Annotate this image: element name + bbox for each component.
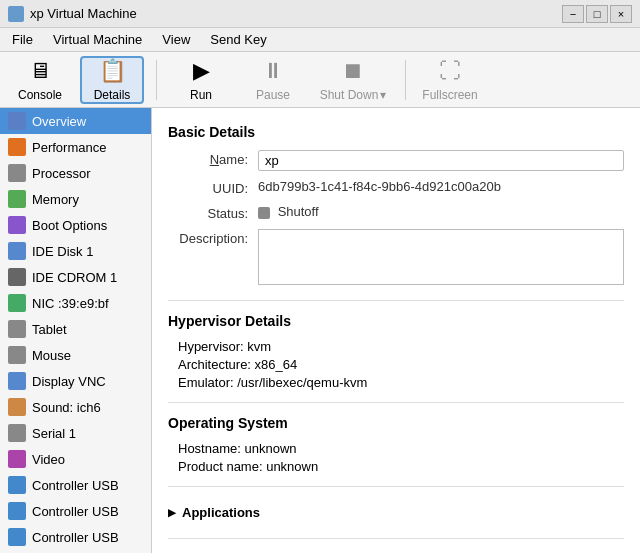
sidebar-label-display-vnc: Display VNC — [32, 374, 106, 389]
applications-arrow: ▶ — [168, 507, 176, 518]
os-section: Hostname: unknown Product name: unknown — [168, 441, 624, 474]
description-row: Description: — [168, 229, 624, 288]
sidebar-item-ide-disk-1[interactable]: IDE Disk 1 — [0, 238, 151, 264]
details-button[interactable]: 📋 Details — [80, 56, 144, 104]
sidebar-label-memory: Memory — [32, 192, 79, 207]
hypervisor-row: Hypervisor: kvm — [168, 339, 624, 354]
name-row: Name: — [168, 150, 624, 171]
sidebar-item-serial-1[interactable]: Serial 1 — [0, 420, 151, 446]
status-text: Shutoff — [278, 204, 319, 219]
name-value — [258, 150, 624, 171]
window-title: xp Virtual Machine — [30, 6, 137, 21]
cdrom-icon — [8, 268, 26, 286]
divider-1 — [168, 300, 624, 301]
sidebar-label-serial-1: Serial 1 — [32, 426, 76, 441]
status-label: Status: — [168, 206, 258, 221]
uuid-row: UUID: 6db799b3-1c41-f84c-9bb6-4d921c00a2… — [168, 179, 624, 196]
status-dot — [258, 207, 270, 219]
hostname-value: unknown — [244, 441, 296, 456]
content-area: Basic Details Name: UUID: 6db799b3-1c41-… — [152, 108, 640, 553]
boot-icon — [8, 216, 26, 234]
sidebar-label-overview: Overview — [32, 114, 86, 129]
applications-collapsible[interactable]: ▶ Applications — [168, 499, 624, 526]
app-icon — [8, 6, 24, 22]
sidebar-item-mouse[interactable]: Mouse — [0, 342, 151, 368]
sidebar-item-processor[interactable]: Processor — [0, 160, 151, 186]
sidebar-item-video[interactable]: Video — [0, 446, 151, 472]
shutdown-icon: ⏹ — [342, 58, 364, 84]
fullscreen-button[interactable]: ⛶ Fullscreen — [418, 56, 482, 104]
menu-send-key[interactable]: Send Key — [202, 30, 274, 49]
menu-view[interactable]: View — [154, 30, 198, 49]
usb-icon-2 — [8, 502, 26, 520]
hypervisor-label: Hypervisor: — [178, 339, 247, 354]
menu-virtual-machine[interactable]: Virtual Machine — [45, 30, 150, 49]
hostname-label: Hostname: — [178, 441, 244, 456]
display-icon — [8, 372, 26, 390]
sidebar-item-boot-options[interactable]: Boot Options — [0, 212, 151, 238]
close-button[interactable]: × — [610, 5, 632, 23]
usb-icon-3 — [8, 528, 26, 546]
sidebar-item-sound-ich6[interactable]: Sound: ich6 — [0, 394, 151, 420]
console-button[interactable]: 🖥 Console — [8, 56, 72, 104]
sidebar-item-controller-usb-3[interactable]: Controller USB — [0, 524, 151, 550]
emulator-row: Emulator: /usr/libexec/qemu-kvm — [168, 375, 624, 390]
run-button[interactable]: ▶ Run — [169, 56, 233, 104]
pause-button[interactable]: ⏸ Pause — [241, 56, 305, 104]
os-title: Operating System — [168, 415, 624, 431]
hypervisor-value: kvm — [247, 339, 271, 354]
sidebar-item-memory[interactable]: Memory — [0, 186, 151, 212]
sidebar-label-ide-disk-1: IDE Disk 1 — [32, 244, 93, 259]
status-value: Shutoff — [258, 204, 319, 219]
toolbar-separator-1 — [156, 60, 157, 100]
name-input[interactable] — [258, 150, 624, 171]
toolbar: 🖥 Console 📋 Details ▶ Run ⏸ Pause ⏹ Shut… — [0, 52, 640, 108]
sidebar-item-ide-cdrom-1[interactable]: IDE CDROM 1 — [0, 264, 151, 290]
nic-icon — [8, 294, 26, 312]
maximize-button[interactable]: □ — [586, 5, 608, 23]
divider-2 — [168, 402, 624, 403]
minimize-button[interactable]: − — [562, 5, 584, 23]
pause-label: Pause — [256, 88, 290, 102]
description-input[interactable] — [258, 229, 624, 285]
main-layout: Overview Performance Processor Memory Bo… — [0, 108, 640, 553]
disk-icon — [8, 242, 26, 260]
menu-file[interactable]: File — [4, 30, 41, 49]
emulator-label: Emulator: — [178, 375, 237, 390]
sidebar-item-overview[interactable]: Overview — [0, 108, 151, 134]
uuid-label: UUID: — [168, 181, 258, 196]
sidebar-item-tablet[interactable]: Tablet — [0, 316, 151, 342]
details-icon: 📋 — [99, 58, 126, 84]
product-label: Product name: — [178, 459, 266, 474]
video-icon — [8, 450, 26, 468]
sidebar-label-sound-ich6: Sound: ich6 — [32, 400, 101, 415]
titlebar-controls[interactable]: − □ × — [562, 5, 632, 23]
sidebar-label-processor: Processor — [32, 166, 91, 181]
divider-3 — [168, 486, 624, 487]
sidebar-item-performance[interactable]: Performance — [0, 134, 151, 160]
sidebar-item-display-vnc[interactable]: Display VNC — [0, 368, 151, 394]
memory-icon — [8, 190, 26, 208]
description-label: Description: — [168, 231, 258, 246]
architecture-row: Architecture: x86_64 — [168, 357, 624, 372]
details-label: Details — [94, 88, 131, 102]
product-value: unknown — [266, 459, 318, 474]
sidebar-label-tablet: Tablet — [32, 322, 67, 337]
sidebar-item-nic[interactable]: NIC :39:e9:bf — [0, 290, 151, 316]
pause-icon: ⏸ — [262, 58, 284, 84]
sidebar: Overview Performance Processor Memory Bo… — [0, 108, 152, 553]
uuid-value: 6db799b3-1c41-f84c-9bb6-4d921c00a20b — [258, 179, 501, 194]
sidebar-item-controller-usb-2[interactable]: Controller USB — [0, 498, 151, 524]
processor-icon — [8, 164, 26, 182]
hostname-row: Hostname: unknown — [168, 441, 624, 456]
status-row: Status: Shutoff — [168, 204, 624, 221]
shutdown-row: Shut Down ▾ — [320, 88, 387, 102]
shutdown-label: Shut Down — [320, 88, 379, 102]
product-row: Product name: unknown — [168, 459, 624, 474]
titlebar: xp Virtual Machine − □ × — [0, 0, 640, 28]
sidebar-label-mouse: Mouse — [32, 348, 71, 363]
shutdown-button[interactable]: ⏹ Shut Down ▾ — [313, 56, 393, 104]
sidebar-label-boot-options: Boot Options — [32, 218, 107, 233]
run-icon: ▶ — [193, 58, 210, 84]
sidebar-item-controller-usb-1[interactable]: Controller USB — [0, 472, 151, 498]
